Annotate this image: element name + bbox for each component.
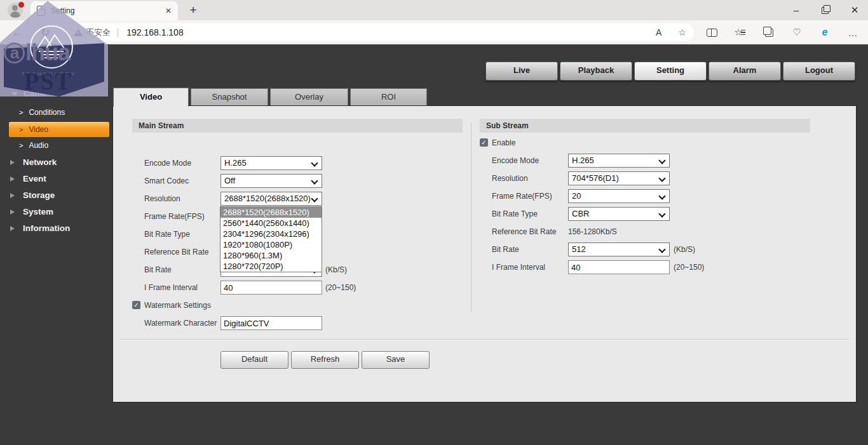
- resolution-label: Resolution: [144, 192, 180, 206]
- browser-essentials-icon[interactable]: ♡: [789, 25, 804, 40]
- not-secure-warning-icon: !: [74, 29, 83, 36]
- encode-mode-select[interactable]: H.265: [220, 156, 322, 170]
- sidebar-item-video-active[interactable]: > Video: [9, 122, 109, 137]
- resolution-option[interactable]: 1280*720(720P): [220, 261, 322, 272]
- check-icon: ✓: [481, 139, 486, 146]
- sub-bit-rate-select[interactable]: 512: [568, 242, 670, 256]
- tab-snapshot[interactable]: Snapshot: [191, 88, 268, 106]
- nav-live-button[interactable]: Live: [485, 62, 558, 81]
- i-frame-range: (20~150): [325, 281, 356, 295]
- resolution-value: 2688*1520(2688x1520): [224, 194, 311, 203]
- tab-close-icon[interactable]: ✕: [165, 6, 172, 15]
- sidebar-item-conditions[interactable]: > Conditions: [19, 108, 65, 117]
- sidebar-item-audio[interactable]: > Audio: [19, 141, 48, 150]
- sidebar-item-network[interactable]: Network: [10, 157, 57, 167]
- sub-i-frame-interval-label: I Frame Interval: [492, 260, 545, 274]
- sub-encode-mode-select[interactable]: H.265: [568, 154, 670, 168]
- sub-frame-rate-select[interactable]: 20: [568, 189, 670, 203]
- i-frame-interval-input[interactable]: [220, 281, 322, 295]
- check-icon: ✓: [133, 302, 139, 309]
- sidebar-item-event[interactable]: Event: [10, 174, 46, 183]
- avatar-head: [12, 5, 18, 11]
- favorites-list-icon[interactable]: ☆: [732, 25, 747, 40]
- settings-panel: Video Snapshot Overlay ROI Main Stream E…: [112, 88, 857, 402]
- submenu-marker-icon: >: [19, 142, 23, 149]
- nav-playback-button[interactable]: Playback: [560, 62, 632, 81]
- smart-codec-select[interactable]: Off: [220, 174, 322, 188]
- sidebar-event-label: Event: [23, 174, 46, 183]
- collapsed-triangle-icon: [10, 209, 15, 215]
- collections-icon[interactable]: [761, 25, 776, 40]
- favorites-lines-glyph: [741, 29, 745, 37]
- url-text[interactable]: 192.168.1.108: [126, 27, 639, 37]
- sidebar-item-system[interactable]: System: [10, 207, 53, 216]
- resolution-option[interactable]: 1280*960(1.3M): [220, 250, 322, 261]
- resolution-option[interactable]: 2304*1296(2304x1296): [220, 229, 322, 239]
- nav-logout-button[interactable]: Logout: [783, 62, 855, 81]
- section-divider: [121, 339, 849, 340]
- i-frame-interval-label: I Frame Interval: [144, 281, 198, 295]
- watermark-character-input[interactable]: [220, 316, 322, 330]
- chevron-down-icon: [311, 177, 318, 184]
- encode-mode-label: Encode Mode: [144, 156, 191, 170]
- camera-web-page: Live Playback Setting Alarm Logout Camer…: [0, 44, 868, 445]
- chevron-down-icon: [658, 192, 665, 199]
- sub-frame-rate-value: 20: [572, 191, 581, 201]
- page-favicon-icon: [37, 6, 45, 16]
- reload-icon[interactable]: ↻: [37, 20, 53, 44]
- tab-overlay[interactable]: Overlay: [270, 88, 348, 106]
- sidebar-item-information[interactable]: Information: [10, 223, 70, 233]
- reference-bit-rate-label: Reference Bit Rate: [144, 245, 208, 259]
- url-field[interactable]: ! 不安全 | 192.168.1.108 A ☆: [66, 23, 694, 41]
- collections-glyph: [765, 29, 773, 37]
- notification-dot: [18, 2, 24, 8]
- sidebar-video-label: Video: [29, 125, 48, 134]
- window-maximize-button[interactable]: [815, 1, 834, 19]
- ie-mode-icon[interactable]: e: [817, 25, 832, 40]
- resolution-option[interactable]: 2688*1520(2688x1520): [220, 207, 322, 218]
- sub-bit-rate-label: Bit Rate: [492, 242, 519, 256]
- resolution-option[interactable]: 2560*1440(2560x1440): [220, 218, 322, 229]
- sidebar-network-label: Network: [23, 157, 57, 167]
- not-secure-label: 不安全: [86, 27, 111, 38]
- watermark-character-label: Watermark Character: [144, 316, 217, 330]
- submenu-marker-icon: >: [19, 126, 23, 133]
- nav-setting-button[interactable]: Setting: [634, 62, 707, 81]
- default-button[interactable]: Default: [220, 351, 288, 369]
- window-close-button[interactable]: ✕: [845, 1, 864, 19]
- resolution-option[interactable]: 1920*1080(1080P): [220, 239, 322, 250]
- watermark-settings-checkbox[interactable]: ✓: [132, 301, 140, 309]
- new-tab-button[interactable]: +: [186, 3, 201, 18]
- window-minimize-button[interactable]: –: [787, 1, 806, 19]
- split-screen-glyph: [707, 29, 717, 37]
- sub-bit-rate-value: 512: [572, 244, 586, 254]
- more-menu-icon[interactable]: …: [845, 25, 860, 40]
- sub-resolution-select[interactable]: 704*576(D1): [568, 171, 670, 185]
- avatar-body: [10, 11, 20, 18]
- read-aloud-icon[interactable]: A: [656, 27, 661, 37]
- chevron-down-icon: [658, 210, 665, 217]
- sub-bit-rate-type-select[interactable]: CBR: [568, 207, 670, 221]
- main-stream-header: Main Stream: [132, 119, 463, 133]
- sub-resolution-label: Resolution: [492, 171, 528, 185]
- split-screen-icon[interactable]: [704, 25, 719, 40]
- tab-roi[interactable]: ROI: [350, 88, 427, 106]
- resolution-select[interactable]: 2688*1520(2688x1520): [220, 192, 322, 206]
- sub-encode-mode-value: H.265: [572, 156, 594, 165]
- sidebar-camera-label: Camera: [24, 89, 55, 98]
- chevron-down-icon: [658, 175, 665, 182]
- save-button[interactable]: Save: [362, 351, 430, 369]
- chevron-down-icon: [311, 195, 318, 202]
- ie-e-glyph: e: [822, 27, 828, 38]
- sidebar-item-camera[interactable]: Camera: [11, 89, 55, 98]
- browser-tab[interactable]: Setting ✕: [31, 1, 178, 20]
- refresh-button[interactable]: Refresh: [291, 351, 359, 369]
- sub-i-frame-interval-input[interactable]: [568, 260, 670, 274]
- nav-alarm-button[interactable]: Alarm: [709, 62, 781, 81]
- sub-enable-checkbox[interactable]: ✓: [480, 138, 488, 147]
- favorite-star-icon[interactable]: ☆: [678, 27, 686, 37]
- maximize-icon: [822, 7, 829, 14]
- tab-video[interactable]: Video: [113, 88, 189, 107]
- back-icon[interactable]: ←: [9, 20, 25, 44]
- sidebar-item-storage[interactable]: Storage: [10, 190, 55, 200]
